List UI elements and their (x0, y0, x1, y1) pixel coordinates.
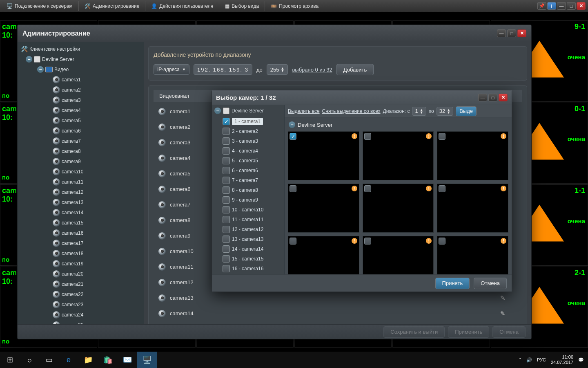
camera-checkbox-row[interactable]: 15 - camera15 (212, 254, 284, 264)
camera-checkbox-row[interactable]: 10 - camera10 (212, 205, 284, 215)
start-button[interactable]: ⊞ (0, 352, 20, 368)
tree-camera-item[interactable]: camera14 (18, 207, 144, 218)
preview-checkbox[interactable]: ✓ (290, 133, 296, 140)
add-button[interactable]: Добавить (336, 64, 374, 75)
collapse-icon[interactable]: − (26, 56, 32, 63)
camera-preview[interactable]: ! (363, 131, 434, 180)
dialog-minimize[interactable]: — (478, 94, 487, 101)
tree-camera-item[interactable]: camera3 (18, 95, 144, 105)
camera-preview[interactable]: ! (437, 184, 508, 233)
tree-server-row[interactable]: −Devline Server (212, 105, 284, 117)
checkbox[interactable] (223, 157, 230, 164)
tree-camera-item[interactable]: camera17 (18, 238, 144, 248)
camera-checkbox-row[interactable]: 9 - camera9 (212, 195, 284, 205)
camera-preview[interactable]: ! (288, 236, 359, 274)
channel-row[interactable]: camera13✎ (154, 290, 522, 306)
checkbox[interactable] (223, 226, 230, 233)
checkbox[interactable] (223, 236, 230, 243)
clock[interactable]: 11:0024.07.2017 (551, 355, 573, 365)
taskview-button[interactable]: ▭ (39, 352, 59, 368)
tree-camera-item[interactable]: camera5 (18, 115, 144, 126)
select-range-button[interactable]: Выде (456, 106, 477, 116)
camera-preview[interactable]: ! (363, 184, 434, 233)
info-button[interactable]: i (547, 2, 556, 10)
tree-camera-item[interactable]: camera12 (18, 187, 144, 197)
dialog-close[interactable]: ✕ (499, 94, 508, 101)
preview-checkbox[interactable] (439, 133, 445, 140)
checkbox[interactable] (223, 186, 230, 194)
collapse-icon[interactable]: − (214, 108, 221, 114)
preview-server-header[interactable]: −Devline Server (289, 121, 508, 128)
dialog-maximize[interactable]: □ (488, 94, 497, 101)
menu-archive[interactable]: 🎞️Просмотр архива (267, 1, 323, 11)
menu-admin[interactable]: 🛠️Администрирование (80, 1, 143, 11)
tree-camera-item[interactable]: camera8 (18, 146, 144, 156)
tree-camera-item[interactable]: camera2 (18, 85, 144, 95)
checkbox[interactable] (223, 167, 230, 174)
maximize-button[interactable]: □ (567, 2, 576, 10)
pencil-icon[interactable]: ✎ (500, 310, 506, 317)
selected-count-link[interactable]: выбрано 0 из 32 (292, 67, 332, 73)
admin-maximize[interactable]: □ (507, 29, 516, 37)
checkbox[interactable]: ✓ (223, 118, 230, 125)
checkbox[interactable] (223, 128, 230, 135)
tree-camera-item[interactable]: camera20 (18, 269, 144, 279)
tree-camera-item[interactable]: camera22 (18, 289, 144, 299)
preview-checkbox[interactable] (290, 238, 296, 245)
camera-preview[interactable]: ! (437, 131, 508, 180)
tree-camera-item[interactable]: camera18 (18, 248, 144, 258)
lang-indicator[interactable]: РУС (537, 357, 546, 362)
notifications-icon[interactable]: 💬 (578, 357, 584, 363)
preview-checkbox[interactable] (364, 185, 371, 192)
camera-checkbox-row[interactable]: 4 - camera4 (212, 146, 284, 156)
tree-camera-item[interactable]: camera16 (18, 228, 144, 238)
tree-camera-item[interactable]: camera24 (18, 310, 144, 320)
pencil-icon[interactable]: ✎ (500, 294, 506, 302)
collapse-icon[interactable]: − (289, 121, 295, 128)
address-mode-dropdown[interactable]: IP-адреса▼ (154, 64, 189, 75)
menu-view[interactable]: ▦Выбор вида (221, 1, 263, 11)
tree-camera-item[interactable]: camera15 (18, 218, 144, 228)
camera-checkbox-row[interactable]: 12 - camera12 (212, 224, 284, 234)
preview-checkbox[interactable] (439, 238, 445, 245)
camera-checkbox-row[interactable]: 8 - camera8 (212, 185, 284, 195)
camera-preview[interactable]: ! (288, 184, 359, 233)
ip-to-spinner[interactable]: 255▲▼ (267, 64, 288, 75)
camera-preview[interactable]: ✓! (288, 131, 359, 180)
app-taskbar-icon[interactable]: 🖥️ (137, 352, 157, 368)
tree-camera-item[interactable]: camera9 (18, 156, 144, 166)
camera-checkbox-row[interactable]: 14 - camera14 (212, 244, 284, 254)
tree-client-settings[interactable]: 🛠️Клиентские настройки (18, 44, 144, 54)
camera-checkbox-row[interactable]: 16 - camera16 (212, 264, 284, 274)
tree-camera-item[interactable]: camera19 (18, 258, 144, 269)
close-button[interactable]: ✕ (577, 2, 586, 10)
pin-button[interactable]: 📌 (537, 2, 546, 10)
checkbox[interactable] (223, 216, 230, 223)
tree-camera-item[interactable]: camera21 (18, 279, 144, 289)
checkbox[interactable] (223, 206, 230, 213)
menu-connect[interactable]: 🖥️Подключение к серверам (2, 1, 77, 11)
checkbox[interactable] (223, 265, 230, 272)
cancel-button[interactable]: Отмена (492, 326, 526, 338)
tree-server[interactable]: −Devline Server (18, 54, 144, 64)
volume-icon[interactable]: 🔊 (526, 357, 532, 363)
checkbox[interactable] (223, 137, 230, 145)
checkbox[interactable] (223, 245, 230, 253)
apply-button[interactable]: Применить (448, 326, 489, 338)
admin-minimize[interactable]: — (497, 29, 506, 37)
camera-checkbox-row[interactable]: 5 - camera5 (212, 156, 284, 166)
preview-checkbox[interactable] (439, 185, 445, 192)
camera-checkbox-row[interactable]: ✓1 - camera1 (212, 117, 284, 126)
menu-user-actions[interactable]: 👤Действия пользователя (147, 1, 217, 11)
tree-camera-item[interactable]: camera4 (18, 105, 144, 115)
search-button[interactable]: ⌕ (20, 352, 39, 368)
tree-camera-item[interactable]: camera10 (18, 166, 144, 177)
camera-checkbox-row[interactable]: 6 - camera6 (212, 166, 284, 175)
store-icon[interactable]: 🛍️ (98, 352, 118, 368)
minimize-button[interactable]: — (557, 2, 566, 10)
range-to-spinner[interactable]: 32▲▼ (437, 107, 453, 116)
camera-preview[interactable]: ! (363, 236, 434, 274)
tree-camera-item[interactable]: camera7 (18, 136, 144, 146)
cancel-button[interactable]: Отмена (474, 278, 507, 289)
preview-checkbox[interactable] (364, 238, 371, 245)
